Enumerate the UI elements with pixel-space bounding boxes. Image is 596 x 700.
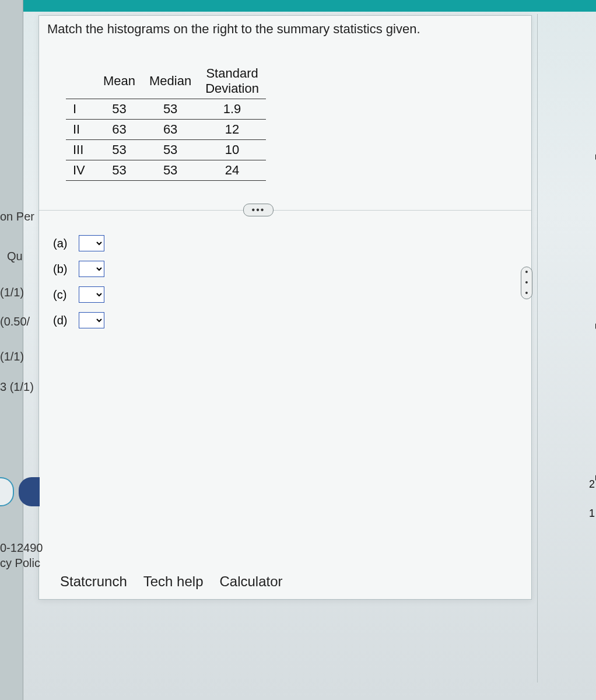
cell-stddev: 1.9	[198, 99, 266, 120]
table-row: III 53 53 10	[66, 140, 266, 160]
freq-axis-label-2: Frequency	[594, 280, 596, 330]
table-row: II 63 63 12	[66, 120, 266, 140]
section-divider	[39, 210, 531, 211]
cell-stddev: 12	[198, 120, 266, 140]
header-median: Median	[142, 64, 198, 99]
statcrunch-link[interactable]: Statcrunch	[60, 573, 127, 590]
freq-axis-label-3: Frequency	[594, 432, 596, 481]
answer-block: (a) (b) (c) (d)	[53, 235, 104, 328]
freq-axis-label-4: requency	[594, 578, 596, 621]
nav-arrow-right-fragment[interactable]	[19, 477, 40, 506]
right-column-separator	[537, 14, 538, 682]
answer-label: (a)	[53, 237, 73, 250]
answer-dropdown-c[interactable]	[79, 286, 104, 303]
answer-row-d: (d)	[53, 312, 104, 328]
crop-text-11-1: (1/1)	[0, 286, 24, 299]
header-mean: Mean	[96, 64, 142, 99]
cell-median: 53	[142, 140, 198, 160]
question-prompt: Match the histograms on the right to the…	[47, 22, 420, 37]
expand-pill[interactable]: •••	[243, 204, 274, 216]
table-row: I 53 53 1.9	[66, 99, 266, 120]
techhelp-link[interactable]: Tech help	[143, 573, 204, 590]
cell-median: 63	[142, 120, 198, 140]
cell-mean: 53	[96, 99, 142, 120]
row-label: IV	[66, 160, 96, 181]
row-label: I	[66, 99, 96, 120]
answer-dropdown-b[interactable]	[79, 261, 104, 277]
calculator-link[interactable]: Calculator	[219, 573, 282, 590]
cell-median: 53	[142, 99, 198, 120]
axis-tick-1: 1	[589, 508, 595, 520]
crop-text-11-2: (1/1)	[0, 350, 24, 363]
question-panel: Match the histograms on the right to the…	[38, 15, 532, 600]
table-row: IV 53 53 24	[66, 160, 266, 181]
crop-text-id: 0-12490	[0, 541, 43, 555]
crop-text-on-per: on Per	[0, 210, 34, 223]
crop-text-policy: cy Polic	[0, 556, 40, 570]
cell-mean: 63	[96, 120, 142, 140]
row-label: II	[66, 120, 96, 140]
top-teal-bar	[0, 0, 596, 12]
answer-label: (c)	[53, 288, 73, 302]
header-stddev: Standard Deviation	[198, 64, 266, 99]
answer-label: (b)	[53, 262, 73, 276]
cell-median: 53	[142, 160, 198, 181]
axis-tick-2: 2	[589, 478, 595, 491]
answer-row-a: (a)	[53, 235, 104, 251]
answer-dropdown-d[interactable]	[79, 312, 104, 328]
summary-stats-table: Mean Median Standard Deviation I 53 53 1…	[66, 64, 266, 181]
blank-header	[66, 64, 96, 99]
ellipsis-icon: •••	[522, 267, 531, 299]
tool-row: Statcrunch Tech help Calculator	[60, 573, 283, 590]
cell-stddev: 24	[198, 160, 266, 181]
right-expand-pill[interactable]: •••	[521, 267, 532, 299]
cell-stddev: 10	[198, 140, 266, 160]
cell-mean: 53	[96, 140, 142, 160]
answer-row-b: (b)	[53, 261, 104, 277]
answer-dropdown-a[interactable]	[79, 235, 104, 251]
row-label: III	[66, 140, 96, 160]
cell-mean: 53	[96, 160, 142, 181]
freq-axis-label-1: Frequency	[594, 111, 596, 160]
crop-text-050: (0.50/	[0, 315, 30, 328]
crop-text-qu: Qu	[7, 250, 23, 263]
answer-label: (d)	[53, 314, 73, 327]
answer-row-c: (c)	[53, 286, 104, 303]
crop-text-3-11: 3 (1/1)	[0, 380, 34, 394]
